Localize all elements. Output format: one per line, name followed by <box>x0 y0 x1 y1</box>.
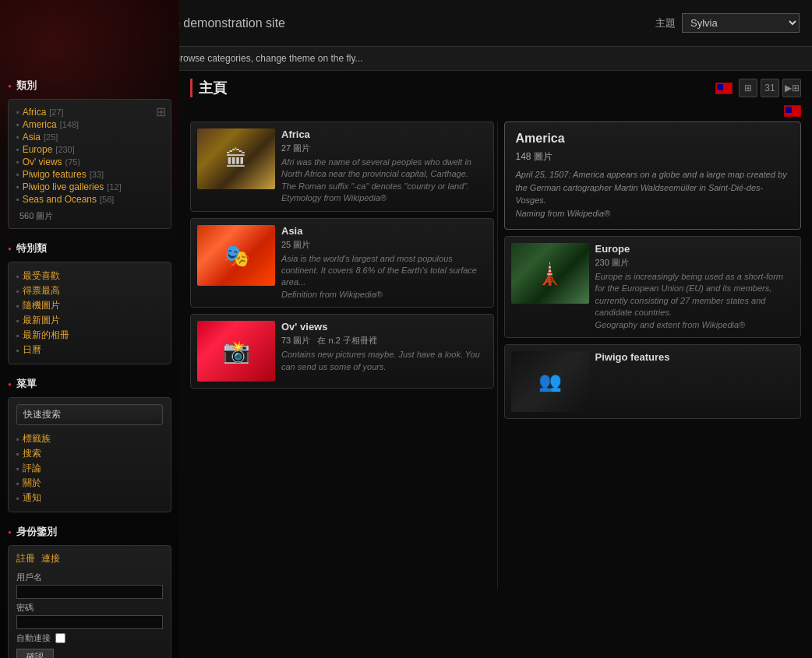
africa-description: Afri was the name of several peoples who… <box>281 157 487 205</box>
categories-grid: Africa 27 圖片 Afri was the name of severa… <box>190 121 801 589</box>
calendar-link[interactable]: 日曆 <box>23 343 41 357</box>
list-item[interactable]: 標籤族 <box>16 431 163 446</box>
america-card: America 148 圖片 April 25, 1507: America a… <box>504 121 802 230</box>
seas-link[interactable]: Seas and Oceans <box>23 194 97 205</box>
header-right: 主題 Sylvia Bootstrap Darkroom Elegant Mod… <box>655 13 800 33</box>
register-link[interactable]: 註冊 <box>16 552 35 565</box>
categories-section: 類別 ⊞ Africa [27] America [148] Asia [25]… <box>8 79 171 229</box>
comments-link[interactable]: 評論 <box>23 462 41 475</box>
identity-title: 身份鑒別 <box>8 525 171 539</box>
list-item[interactable]: Piwigo features [33] <box>16 168 163 181</box>
ov-description: Contains new pictures maybe. Just have a… <box>281 349 487 373</box>
page-tools: ⊞ 31 ▶⊞ <box>715 79 801 97</box>
list-item[interactable]: America [148] <box>16 118 163 131</box>
asia-count: [25] <box>44 132 58 142</box>
menu-title: 菜單 <box>8 377 171 391</box>
seas-count: [58] <box>100 195 114 204</box>
europe-link[interactable]: Europe <box>23 144 53 155</box>
asia-link[interactable]: Asia <box>23 132 41 143</box>
list-item[interactable]: Asia [25] <box>16 131 163 143</box>
ov-views-link[interactable]: Ov' views <box>23 157 62 167</box>
quick-search-label: 快速搜索 <box>23 408 61 421</box>
flag-row <box>190 105 801 117</box>
login-link[interactable]: 連接 <box>41 552 60 565</box>
search-link[interactable]: 搜索 <box>23 447 41 460</box>
right-scroll-area[interactable]: America 148 圖片 April 25, 1507: America a… <box>498 121 802 589</box>
calendar-view-icon[interactable]: 31 <box>761 79 779 97</box>
special-box: 最受喜歡 得票最高 隨機圖片 最新圖片 最新的相冊 日曆 <box>8 262 171 364</box>
piwigo-features-card: Piwigo features <box>504 344 802 419</box>
auto-login-row: 自動連接 <box>16 632 163 644</box>
asia-thumbnail[interactable] <box>197 225 275 286</box>
list-item[interactable]: 關於 <box>16 476 163 491</box>
notifications-link[interactable]: 通知 <box>23 491 41 505</box>
username-input[interactable] <box>16 585 163 599</box>
categories-total: 560 圖片 <box>16 210 163 222</box>
list-item[interactable]: Seas and Oceans [58] <box>16 193 163 206</box>
asia-info: Asia 25 圖片 Asia is the world's largest a… <box>281 225 487 301</box>
africa-info: Africa 27 圖片 Afri was the name of severa… <box>281 128 487 205</box>
password-row: 密碼 <box>16 602 163 629</box>
europe-count: [230] <box>55 145 74 154</box>
list-item[interactable]: 搜索 <box>16 446 163 461</box>
piwigo-features-name[interactable]: Piwigo features <box>595 351 795 363</box>
europe-photo-count: 230 圖片 <box>595 257 795 269</box>
list-item[interactable]: Africa [27] <box>16 106 163 118</box>
recent-albums-link[interactable]: 最新的相冊 <box>23 329 69 342</box>
list-item[interactable]: 日曆 <box>16 343 163 357</box>
asia-name[interactable]: Asia <box>281 225 487 237</box>
piwigo-live-link[interactable]: Piwigo live galleries <box>23 181 104 192</box>
list-item[interactable]: 得票最高 <box>16 283 163 298</box>
right-column: America 148 圖片 April 25, 1507: America a… <box>497 121 802 589</box>
confirm-button[interactable]: 確認 <box>16 649 54 658</box>
tags-link[interactable]: 標籤族 <box>23 432 51 445</box>
america-name[interactable]: America <box>516 132 790 146</box>
list-item[interactable]: 最新圖片 <box>16 313 163 328</box>
piwigo-info: Piwigo features <box>595 351 795 412</box>
africa-name[interactable]: Africa <box>281 128 487 140</box>
list-item[interactable]: Europe [230] <box>16 143 163 156</box>
list-item[interactable]: 隨機圖片 <box>16 298 163 313</box>
grid-view-icon[interactable]: ⊞ <box>739 79 757 97</box>
theme-select[interactable]: Sylvia Bootstrap Darkroom Elegant Modus … <box>682 13 800 33</box>
list-item[interactable]: Piwigo live galleries [12] <box>16 181 163 193</box>
pf-count: [33] <box>90 170 104 179</box>
africa-card: Africa 27 圖片 Afri was the name of severa… <box>190 121 494 212</box>
ov-info: Ov' views 73 圖片 在 n.2 子相冊裡 Contains new … <box>281 321 487 382</box>
africa-link[interactable]: Africa <box>23 107 47 118</box>
africa-thumbnail[interactable] <box>197 128 275 189</box>
europe-thumbnail[interactable] <box>511 243 589 304</box>
list-item[interactable]: 通知 <box>16 491 163 505</box>
page-title-row: 主頁 ⊞ 31 ▶⊞ <box>190 79 801 97</box>
username-row: 用戶名 <box>16 572 163 599</box>
left-column: Africa 27 圖片 Afri was the name of severa… <box>190 121 497 589</box>
ov-count: (75) <box>65 157 81 167</box>
menu-section: 菜單 快速搜索 標籤族 搜索 評論 關於 通知 <box>8 377 171 512</box>
piwigo-features-link[interactable]: Piwigo features <box>23 169 86 180</box>
piwigo-thumbnail[interactable] <box>511 351 589 412</box>
recent-photos-link[interactable]: 最新圖片 <box>23 314 60 327</box>
categories-box: ⊞ Africa [27] America [148] Asia [25] Eu… <box>8 99 171 229</box>
list-item[interactable]: Ov' views (75) <box>16 156 163 168</box>
identity-section: 身份鑒別 註冊 連接 用戶名 密碼 自動連接 <box>8 525 171 658</box>
categories-icon: ⊞ <box>156 104 166 119</box>
special-title: 特別類 <box>8 241 171 255</box>
sidebar: 類別 ⊞ Africa [27] America [148] Asia [25]… <box>0 71 179 658</box>
favorites-link[interactable]: 最受喜歡 <box>23 269 60 283</box>
ov-thumbnail[interactable] <box>197 321 275 382</box>
slideshow-icon[interactable]: ▶⊞ <box>782 79 801 97</box>
ov-name[interactable]: Ov' views <box>281 321 487 333</box>
list-item[interactable]: 最受喜歡 <box>16 269 163 283</box>
europe-name[interactable]: Europe <box>595 243 795 255</box>
auto-login-checkbox[interactable] <box>55 633 65 643</box>
about-link[interactable]: 關於 <box>23 477 41 490</box>
america-link[interactable]: America <box>23 119 57 130</box>
password-input[interactable] <box>16 615 163 629</box>
random-link[interactable]: 隨機圖片 <box>23 299 60 312</box>
layout: 類別 ⊞ Africa [27] America [148] Asia [25]… <box>0 71 812 658</box>
most-visited-link[interactable]: 得票最高 <box>23 284 60 297</box>
asia-photo-count: 25 圖片 <box>281 239 487 251</box>
list-item[interactable]: 最新的相冊 <box>16 328 163 343</box>
list-item[interactable]: 評論 <box>16 461 163 476</box>
flag-icon-2 <box>784 105 801 117</box>
